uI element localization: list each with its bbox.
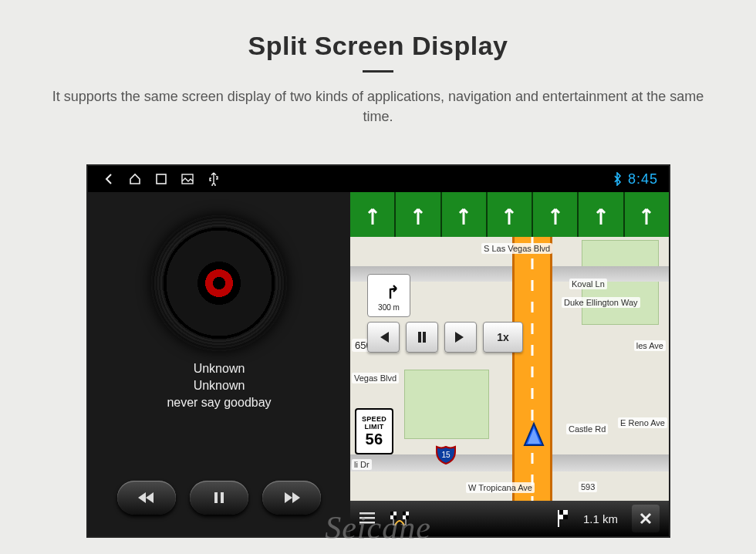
nav-sim-speed-button[interactable]: 1x (483, 322, 523, 353)
nav-sim-prev-button[interactable] (367, 322, 400, 353)
street-label: Castle Rd (566, 424, 608, 434)
nav-sim-pause-button[interactable] (406, 322, 438, 353)
media-pane: Unknown Unknown never say goodbay (88, 192, 350, 536)
map-road (350, 454, 669, 471)
track-info: Unknown Unknown never say goodbay (88, 362, 350, 410)
status-bar: 8:45 (88, 166, 669, 192)
vehicle-marker-icon (518, 421, 549, 451)
track-artist: Unknown (88, 362, 350, 376)
svg-rect-3 (221, 492, 224, 503)
speed-limit-sign: SPEED LIMIT 56 (355, 408, 393, 454)
nav-remaining-distance: 1.1 km (583, 512, 618, 525)
promo-header: Split Screen Display It supports the sam… (0, 0, 756, 127)
clock: 8:45 (628, 171, 658, 187)
back-icon[interactable] (96, 166, 122, 192)
nav-sim-next-button[interactable] (444, 322, 477, 353)
page-subtitle: It supports the same screen display of t… (42, 86, 714, 127)
street-label: les Ave (634, 340, 666, 351)
navigation-pane[interactable]: S Las Vegas Blvd Koval Ln Duke Ellington… (350, 192, 669, 536)
svg-rect-2 (214, 492, 218, 503)
title-rule (363, 70, 393, 73)
turn-indicator: 300 m (367, 274, 410, 317)
svg-text:15: 15 (441, 451, 451, 459)
street-label: 593 (579, 481, 597, 492)
track-album: Unknown (88, 379, 350, 393)
media-prev-button[interactable] (117, 481, 176, 515)
page-title: Split Screen Display (0, 31, 756, 61)
street-label: E Reno Ave (618, 417, 667, 428)
speed-limit-value: 56 (366, 431, 383, 448)
svg-rect-7 (359, 512, 375, 515)
svg-rect-15 (406, 515, 409, 519)
usb-icon[interactable] (201, 166, 227, 192)
device-screen: 8:45 Unknown Unknown never say goodbay (88, 166, 669, 536)
svg-rect-14 (403, 512, 406, 515)
svg-rect-11 (390, 512, 393, 515)
bluetooth-icon (613, 172, 622, 186)
media-controls (88, 481, 350, 515)
map-route-highlight (512, 237, 552, 501)
svg-rect-9 (359, 522, 375, 524)
turn-distance: 300 m (378, 303, 400, 312)
street-label: Duke Ellington Way (562, 297, 640, 308)
street-label: Koval Ln (569, 279, 607, 289)
svg-rect-12 (393, 515, 397, 519)
svg-rect-5 (423, 332, 426, 343)
svg-rect-18 (563, 515, 568, 519)
album-art-disc (151, 215, 287, 351)
split-container: Unknown Unknown never say goodbay (88, 192, 669, 536)
nav-close-button[interactable] (632, 505, 660, 532)
nav-menu-button[interactable] (359, 512, 375, 525)
nav-waypoints-button[interactable] (389, 510, 410, 527)
svg-rect-4 (418, 332, 421, 343)
media-pause-button[interactable] (190, 481, 248, 515)
street-label: Vegas Blvd (352, 373, 399, 383)
svg-rect-8 (359, 517, 375, 519)
nav-destination-flag-icon (555, 510, 569, 527)
street-label: W Tropicana Ave (466, 482, 535, 493)
media-next-button[interactable] (262, 481, 321, 515)
nav-sim-controls: 1x (367, 322, 523, 353)
home-icon[interactable] (122, 166, 148, 192)
street-label: S Las Vegas Blvd (481, 243, 552, 254)
interstate-shield-icon: 15 (435, 444, 457, 465)
recent-apps-icon[interactable] (148, 166, 174, 192)
gallery-icon[interactable] (174, 166, 201, 192)
nav-bottom-bar: 1.1 km (350, 501, 669, 536)
svg-rect-0 (157, 174, 166, 184)
street-label: li Dr (352, 459, 372, 470)
map-park (404, 370, 489, 439)
track-title: never say goodbay (88, 396, 350, 410)
lane-assist-bar (350, 192, 669, 237)
